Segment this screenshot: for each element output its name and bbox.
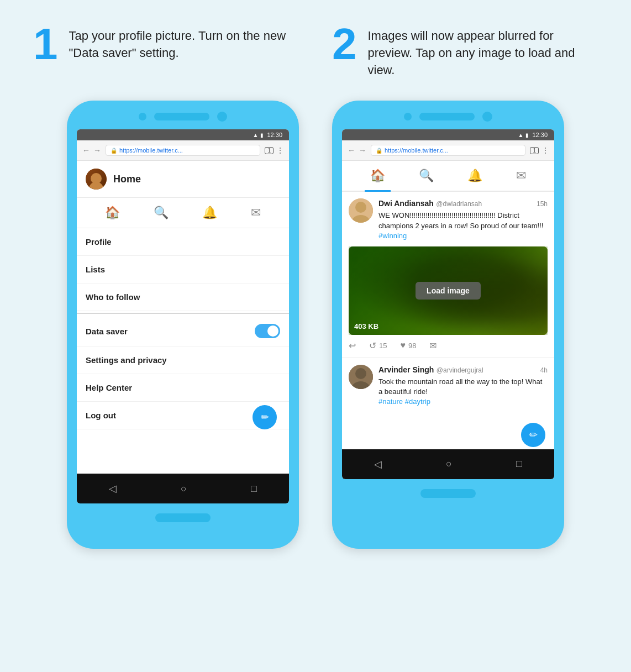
phone1: ▲ ▮ 12:30 ← → 🔒 https://mobile.twitter.c… xyxy=(67,101,299,549)
tab-count[interactable]: 1 xyxy=(265,147,274,154)
tweet2-name-row: Arvinder Singh @arvindergujral 4h xyxy=(378,365,548,375)
step2-number: 2 xyxy=(332,22,357,66)
nav-home-icon[interactable]: 🏠 xyxy=(105,206,120,220)
tweet1-name-row: Dwi Andiansah @dwiadriansah 15h xyxy=(378,198,548,208)
compose-icon: ✏ xyxy=(261,411,269,423)
phone2-speaker xyxy=(419,113,475,120)
tweet1-header: Dwi Andiansah @dwiadriansah 15h WE WON!!… xyxy=(349,198,548,241)
tweet2-header: Arvinder Singh @arvindergujral 4h Took t… xyxy=(349,365,548,407)
browser-forward[interactable]: → xyxy=(93,146,101,155)
tweet-2: Arvinder Singh @arvindergujral 4h Took t… xyxy=(342,358,554,414)
menu-header: Home xyxy=(77,161,289,198)
tweet1-text: WE WON!!!!!!!!!!!!!!!!!!!!!!!!!!!!!!!!!!… xyxy=(378,211,548,241)
tweet2-avatar[interactable] xyxy=(349,365,373,389)
tweet2-name: Arvinder Singh xyxy=(378,365,434,374)
tweet1-retweet-action[interactable]: ↺ 15 xyxy=(369,340,387,351)
lock-icon: 🔒 xyxy=(111,148,117,154)
browser-actions: 1 ⋮ xyxy=(265,146,283,154)
browser-nav[interactable]: ← → xyxy=(82,146,101,155)
tweet1-reply-action[interactable]: ↩ xyxy=(349,340,356,351)
menu-item-settings[interactable]: Settings and privacy xyxy=(77,347,289,374)
phone2-browser-url-bar[interactable]: 🔒 https://mobile.twitter.c... xyxy=(371,145,525,156)
phone2-status-time: 12:30 xyxy=(532,132,548,138)
menu-item-lists[interactable]: Lists xyxy=(77,256,289,284)
signal-icon: ▲ xyxy=(253,132,259,138)
phone2-browser-forward[interactable]: → xyxy=(359,146,366,155)
load-image-button[interactable]: Load image xyxy=(416,282,481,300)
reply-icon: ↩ xyxy=(349,340,356,351)
phone2-screen: ▲ ▮ 12:30 ← → 🔒 https://mobile.twitter.c… xyxy=(342,129,554,479)
twitter-nav-bell[interactable]: 🔔 xyxy=(462,166,488,185)
phone1-speaker xyxy=(154,113,209,120)
retweet-icon: ↺ xyxy=(369,340,376,351)
tweet1-image-blur-overlay: Load image xyxy=(349,246,548,335)
phone2-browser-url-text: https://mobile.twitter.c... xyxy=(385,147,448,154)
menu-item-data-saver[interactable]: Data saver xyxy=(77,316,289,347)
nav-search-icon[interactable]: 🔍 xyxy=(154,206,169,220)
phone2-status-icons: ▲ ▮ xyxy=(518,132,529,138)
phone1-status-bar: ▲ ▮ 12:30 xyxy=(77,129,289,140)
phone2-lock-icon: 🔒 xyxy=(376,148,382,154)
phone2-dot-right xyxy=(482,112,492,122)
phone1-screen: ▲ ▮ 12:30 ← → 🔒 https://mobile.twitter.c… xyxy=(77,129,289,503)
android-recents-btn[interactable]: □ xyxy=(251,483,257,495)
phone2: ▲ ▮ 12:30 ← → 🔒 https://mobile.twitter.c… xyxy=(332,101,564,549)
phone2-android-recents-btn[interactable]: □ xyxy=(516,458,522,470)
tweet1-name: Dwi Andiansah xyxy=(378,199,434,208)
phone2-signal-icon: ▲ xyxy=(518,132,524,138)
phone2-browser-back[interactable]: ← xyxy=(348,146,355,155)
tweet1-hashtag[interactable]: #winning xyxy=(378,232,407,240)
heart-icon: ♥ xyxy=(400,340,406,350)
phone2-battery-icon: ▮ xyxy=(525,132,529,138)
status-time: 12:30 xyxy=(267,132,282,138)
phone2-compose-button[interactable]: ✏ xyxy=(521,423,545,447)
android-home-btn[interactable]: ○ xyxy=(181,483,187,495)
tweet1-avatar[interactable] xyxy=(349,198,373,223)
tweet1-like-count: 98 xyxy=(408,342,416,350)
menu-item-who-to-follow[interactable]: Who to follow xyxy=(77,284,289,311)
tweet1-dm-action[interactable]: ✉ xyxy=(429,340,437,351)
toggle-switch[interactable] xyxy=(255,324,280,338)
step1-number: 1 xyxy=(33,22,58,66)
tweet1-handle: @dwiadriansah xyxy=(436,200,482,208)
menu-title: Home xyxy=(113,174,141,185)
avatar-body xyxy=(89,182,103,190)
twitter-nav-search[interactable]: 🔍 xyxy=(413,166,439,185)
nav-bell-icon[interactable]: 🔔 xyxy=(202,206,217,220)
tweet1-actions: ↩ ↺ 15 ♥ 98 ✉ xyxy=(349,340,548,351)
tweet2-hashtags[interactable]: #nature #daytrip xyxy=(378,397,430,406)
tweet1-image[interactable]: Load image 403 KB xyxy=(349,246,548,335)
phones-container: ▲ ▮ 12:30 ← → 🔒 https://mobile.twitter.c… xyxy=(33,101,598,549)
tweet2-meta: Arvinder Singh @arvindergujral 4h Took t… xyxy=(378,365,548,407)
browser-url-bar[interactable]: 🔒 https://mobile.twitter.c... xyxy=(106,145,260,156)
tweet1-retweet-count: 15 xyxy=(379,342,387,350)
phone2-browser-actions: 1 ⋮ xyxy=(530,146,549,154)
android-back-btn[interactable]: ◁ xyxy=(109,482,117,495)
phone2-browser-nav[interactable]: ← → xyxy=(348,146,366,155)
menu-item-profile[interactable]: Profile xyxy=(77,228,289,256)
avatar[interactable] xyxy=(86,169,107,190)
tweet2-time: 4h xyxy=(540,366,548,374)
nav-mail-icon[interactable]: ✉ xyxy=(251,206,261,220)
tweet1-like-action[interactable]: ♥ 98 xyxy=(400,340,416,350)
tweet1-name-handle: Dwi Andiansah @dwiadriansah xyxy=(378,198,482,208)
phone2-android-home-btn[interactable]: ○ xyxy=(446,458,452,470)
phone2-home-indicator xyxy=(420,489,476,498)
browser-back[interactable]: ← xyxy=(82,146,90,155)
step1-instruction: 1 Tap your profile picture. Turn on the … xyxy=(33,22,299,78)
browser-menu-icon[interactable]: ⋮ xyxy=(277,146,283,154)
tweet2-name-handle: Arvinder Singh @arvindergujral xyxy=(378,365,483,375)
phone2-android-back-btn[interactable]: ◁ xyxy=(374,458,382,470)
phone2-dot-left xyxy=(404,113,412,120)
svg-point-4 xyxy=(355,368,366,379)
menu-item-help[interactable]: Help Center xyxy=(77,374,289,402)
phone2-browser-menu-icon[interactable]: ⋮ xyxy=(542,146,549,154)
twitter-nav-home[interactable]: 🏠 xyxy=(365,166,391,185)
step2-text: Images will now appear blurred for previ… xyxy=(368,22,598,78)
menu-divider xyxy=(77,313,289,314)
page-container: 1 Tap your profile picture. Turn on the … xyxy=(33,22,598,549)
dm-icon: ✉ xyxy=(429,340,437,351)
phone2-tab-count[interactable]: 1 xyxy=(530,147,539,154)
twitter-nav-mail[interactable]: ✉ xyxy=(511,166,532,185)
instructions-row: 1 Tap your profile picture. Turn on the … xyxy=(33,22,598,78)
